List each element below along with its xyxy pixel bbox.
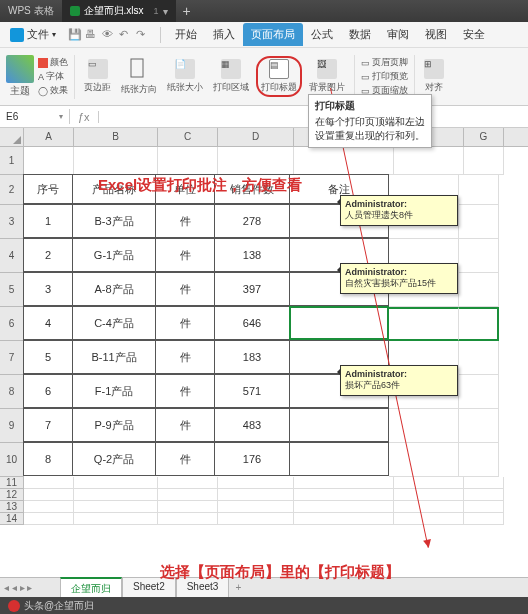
effect-icon[interactable]: ◯ — [38, 86, 48, 96]
menu-tab-6[interactable]: 视图 — [417, 23, 455, 46]
row-header[interactable]: 2 — [0, 175, 24, 205]
cell[interactable] — [459, 307, 499, 341]
cell[interactable] — [459, 443, 499, 477]
cell[interactable]: 397 — [214, 272, 290, 306]
cell[interactable]: G-1产品 — [72, 238, 156, 272]
row-header[interactable]: 1 — [0, 147, 24, 175]
row-header[interactable]: 13 — [0, 501, 24, 513]
cell[interactable] — [218, 513, 294, 525]
menu-tab-7[interactable]: 安全 — [455, 23, 493, 46]
cell[interactable]: P-9产品 — [72, 408, 156, 442]
cell[interactable]: 件 — [155, 374, 215, 408]
row-header[interactable]: 12 — [0, 489, 24, 501]
cell[interactable]: 件 — [155, 238, 215, 272]
cell[interactable] — [464, 513, 504, 525]
cell[interactable] — [294, 501, 394, 513]
cell[interactable] — [394, 477, 464, 489]
menu-tab-5[interactable]: 审阅 — [379, 23, 417, 46]
cell[interactable] — [158, 147, 218, 175]
row-header[interactable]: 14 — [0, 513, 24, 525]
cell[interactable] — [394, 513, 464, 525]
cell[interactable] — [394, 147, 464, 175]
cell[interactable]: 件 — [155, 306, 215, 340]
cell[interactable]: 8 — [23, 442, 73, 476]
cell[interactable] — [464, 501, 504, 513]
cell[interactable] — [74, 477, 158, 489]
new-tab-button[interactable]: + — [176, 3, 198, 19]
cell[interactable] — [74, 513, 158, 525]
font-icon[interactable]: A — [38, 72, 44, 82]
cell[interactable] — [158, 477, 218, 489]
col-header[interactable]: C — [158, 128, 218, 146]
undo-icon[interactable]: ↶ — [119, 28, 133, 42]
cell[interactable] — [289, 306, 389, 340]
row-header[interactable]: 7 — [0, 341, 24, 375]
col-header[interactable]: B — [74, 128, 158, 146]
cell[interactable]: 7 — [23, 408, 73, 442]
save-icon[interactable]: 💾 — [68, 28, 82, 42]
cell[interactable]: 件 — [155, 442, 215, 476]
cell[interactable]: 1 — [23, 204, 73, 238]
add-sheet-button[interactable]: + — [229, 582, 247, 593]
row-header[interactable]: 11 — [0, 477, 24, 489]
align-button[interactable]: ⊞对齐 — [421, 57, 447, 96]
cell[interactable]: 646 — [214, 306, 290, 340]
col-header[interactable]: A — [24, 128, 74, 146]
cell[interactable] — [294, 477, 394, 489]
cell[interactable]: 件 — [155, 204, 215, 238]
cell[interactable] — [74, 489, 158, 501]
cell[interactable] — [74, 501, 158, 513]
cell[interactable] — [459, 341, 499, 375]
select-all-corner[interactable] — [0, 128, 24, 146]
print-preview-button[interactable]: ▭打印预览 — [361, 70, 408, 83]
cell[interactable] — [459, 409, 499, 443]
print-titles-button[interactable]: ▤打印标题 — [256, 56, 302, 97]
row-header[interactable]: 4 — [0, 239, 24, 273]
cell[interactable]: 3 — [23, 272, 73, 306]
cell[interactable] — [24, 513, 74, 525]
cell[interactable] — [459, 175, 499, 205]
cell[interactable] — [459, 273, 499, 307]
cell[interactable]: 6 — [23, 374, 73, 408]
cell[interactable] — [218, 147, 294, 175]
cell[interactable] — [158, 501, 218, 513]
menu-tab-2[interactable]: 页面布局 — [243, 23, 303, 46]
cell[interactable] — [464, 489, 504, 501]
cell[interactable] — [289, 408, 389, 442]
cell[interactable]: 件 — [155, 340, 215, 374]
header-footer-button[interactable]: ▭页眉页脚 — [361, 56, 408, 69]
col-header[interactable]: D — [218, 128, 294, 146]
menu-tab-0[interactable]: 开始 — [167, 23, 205, 46]
cell[interactable]: B-3产品 — [72, 204, 156, 238]
fx-icon[interactable]: ƒx — [70, 111, 99, 123]
cell[interactable] — [218, 501, 294, 513]
cell[interactable]: 571 — [214, 374, 290, 408]
print-icon[interactable]: 🖶 — [85, 28, 99, 42]
row-header[interactable]: 8 — [0, 375, 24, 409]
cell[interactable]: B-11产品 — [72, 340, 156, 374]
cell[interactable]: 176 — [214, 442, 290, 476]
menu-tab-4[interactable]: 数据 — [341, 23, 379, 46]
cell[interactable]: F-1产品 — [72, 374, 156, 408]
cell[interactable] — [218, 477, 294, 489]
row-header[interactable]: 6 — [0, 307, 24, 341]
cell[interactable] — [459, 205, 499, 239]
cell[interactable] — [24, 489, 74, 501]
cell[interactable] — [24, 477, 74, 489]
cell[interactable] — [24, 147, 74, 175]
col-header[interactable]: G — [464, 128, 504, 146]
cell[interactable] — [158, 513, 218, 525]
sheet-nav[interactable]: ◂ ◂ ▸ ▸ — [4, 582, 32, 593]
row-header[interactable]: 5 — [0, 273, 24, 307]
color-icon[interactable] — [38, 58, 48, 68]
cell[interactable] — [459, 239, 499, 273]
size-button[interactable]: 📄纸张大小 — [164, 57, 206, 96]
cell[interactable]: 序号 — [23, 174, 73, 204]
preview-icon[interactable]: 👁 — [102, 28, 116, 42]
orientation-button[interactable]: 纸张方向 — [118, 55, 160, 98]
redo-icon[interactable]: ↷ — [136, 28, 150, 42]
file-menu[interactable]: 文件▾ — [4, 25, 62, 44]
print-area-button[interactable]: ▦打印区域 — [210, 57, 252, 96]
cell[interactable]: 2 — [23, 238, 73, 272]
menu-tab-3[interactable]: 公式 — [303, 23, 341, 46]
